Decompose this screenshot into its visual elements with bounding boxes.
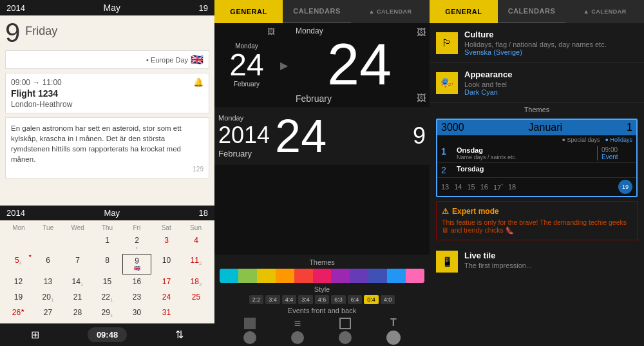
theme-deep-purple[interactable] xyxy=(350,269,368,283)
cal-day-14[interactable]: 141 xyxy=(63,275,92,290)
calendar-section: 2014 May 18 Mon Tue Wed Thu Fri Sat Sun … xyxy=(0,206,214,346)
style-3-4b[interactable]: 3:4 xyxy=(298,295,313,304)
wd-wed: Wed xyxy=(63,223,93,233)
cal-day-20[interactable]: 201 xyxy=(33,291,62,305)
europe-day-banner: • Europe Day 🇬🇧 xyxy=(5,50,209,69)
cal-day-26[interactable]: 26★ xyxy=(4,306,33,321)
time-badge: 09:48 xyxy=(88,327,127,342)
circle-num: 19 xyxy=(622,184,629,190)
style-2-2[interactable]: 2:2 xyxy=(249,295,264,304)
cal-day-21[interactable]: 21 xyxy=(63,291,92,305)
settings-item-live-tile[interactable]: 📱 Live tile The first impression... xyxy=(430,244,644,279)
prev-d-17: 17* xyxy=(493,183,503,191)
culture-title: Culture xyxy=(464,30,607,39)
grid-view-button[interactable]: ⊞ xyxy=(31,329,39,341)
outline-square-icon[interactable] xyxy=(339,318,351,329)
theme-yellow[interactable] xyxy=(257,269,276,283)
prev-d-14: 14 xyxy=(454,183,462,191)
filled-circle-icon[interactable] xyxy=(243,331,256,344)
preview-r2-name: Torsdag xyxy=(454,165,632,175)
style-4-4[interactable]: 4:4 xyxy=(282,295,297,304)
image-icon-small[interactable]: 🖼 xyxy=(267,27,275,36)
tab-chronos-2[interactable]: ▲ CALENDAR xyxy=(351,0,430,23)
tab-calendars-3[interactable]: CALENDARS xyxy=(498,0,566,23)
theme-blue[interactable] xyxy=(387,269,406,283)
widget-bottom-month: February xyxy=(218,149,270,159)
settings-sliders-button[interactable]: ⇅ xyxy=(175,329,184,341)
cal-day-29[interactable]: 291 xyxy=(93,306,122,321)
lines-icon[interactable]: ≡ xyxy=(294,318,301,329)
style-4-0[interactable]: 4:0 xyxy=(381,295,395,304)
cal-day-31[interactable]: 31 xyxy=(152,306,181,321)
cal-day-6[interactable]: 6 xyxy=(33,254,62,274)
solid-square-icon[interactable] xyxy=(244,318,256,329)
cal-day-25[interactable]: 25 xyxy=(182,291,211,305)
cal-day-30[interactable]: 30 xyxy=(122,306,151,321)
filled-circle-3-icon[interactable] xyxy=(339,331,352,344)
tab-general-2[interactable]: GENERAL xyxy=(214,0,283,23)
themes-bar[interactable] xyxy=(220,269,424,283)
cal-day-empty[interactable] xyxy=(4,234,33,253)
tab-calendars-2[interactable]: CALENDARS xyxy=(283,0,351,23)
style-0-4[interactable]: 0:4 xyxy=(364,295,379,304)
cal-day-4[interactable]: 4 xyxy=(182,234,211,253)
calendar-grid: Mon Tue Wed Thu Fri Sat Sun 1 2▪ 3 4 54 … xyxy=(0,220,214,323)
theme-cyan[interactable] xyxy=(220,269,238,283)
text-t-icon[interactable]: T xyxy=(390,317,397,329)
theme-indigo[interactable] xyxy=(368,269,387,283)
cal-day-19[interactable]: 19 xyxy=(4,291,33,305)
cal-day-5[interactable]: 54 xyxy=(4,254,33,274)
cal-day-16[interactable]: 16 xyxy=(122,275,151,290)
style-6-3[interactable]: 6:3 xyxy=(331,295,346,304)
calendar-bottom-bar: ⊞ 09:48 ⇅ xyxy=(0,323,214,346)
cal-day-8[interactable]: 8 xyxy=(93,254,122,274)
cal-day-13[interactable]: 13 xyxy=(33,275,62,290)
live-tile-icon: 📱 xyxy=(436,251,458,273)
cal-day-17[interactable]: 17 xyxy=(152,275,181,290)
settings-item-culture[interactable]: 🏳 Culture Holidays, flag / national days… xyxy=(430,23,644,63)
cal-day-28[interactable]: 28 xyxy=(63,306,92,321)
event-card[interactable]: 09:00 → 11:00 🔔 Flight 1234 London-Heath… xyxy=(5,73,209,113)
cal-day-11[interactable]: 112 xyxy=(182,254,211,274)
theme-purple[interactable] xyxy=(331,269,350,283)
tab-chronos-3[interactable]: ▲ CALENDAR xyxy=(565,0,644,23)
shape-solid-square xyxy=(243,318,256,344)
cal-day-3[interactable]: 3 xyxy=(152,234,181,253)
cal-day-18[interactable]: 182 xyxy=(182,275,211,290)
cal-day-empty[interactable] xyxy=(33,234,62,253)
cal-day-27[interactable]: 27 xyxy=(33,306,62,321)
preview-legend: ● Special days ● Holidays xyxy=(437,135,636,144)
cal-year: 2014 xyxy=(6,208,25,218)
cal-day-2[interactable]: 2▪ xyxy=(122,234,151,253)
image-icon-main-bottom[interactable]: 🖼 xyxy=(417,93,426,103)
image-icon-main[interactable]: 🖼 xyxy=(417,27,426,37)
bell-icon: 🔔 xyxy=(193,77,204,87)
theme-green[interactable] xyxy=(238,269,257,283)
cal-day-24[interactable]: 24 xyxy=(152,291,181,305)
style-3-4[interactable]: 3:4 xyxy=(265,295,280,304)
theme-orange[interactable] xyxy=(276,269,294,283)
expert-mode[interactable]: ⚠ Expert mode This featue is only for th… xyxy=(436,201,638,240)
cal-day-10[interactable]: 10 xyxy=(152,254,181,274)
theme-hotpink[interactable] xyxy=(406,269,424,283)
cal-day-9[interactable]: 9🇬🇧 xyxy=(122,254,151,274)
events-label: Events front and back xyxy=(220,307,424,314)
appearance-desc: Look and feel xyxy=(464,81,512,88)
cal-day-empty[interactable] xyxy=(63,234,92,253)
cal-day-23[interactable]: 23 xyxy=(122,291,151,305)
cal-day-7[interactable]: 7 xyxy=(63,254,92,274)
style-6-4[interactable]: 6:4 xyxy=(348,295,363,304)
large-circle-icon[interactable] xyxy=(386,331,401,345)
cal-day-12[interactable]: 12 xyxy=(4,275,33,290)
filled-circle-2-icon[interactable] xyxy=(291,331,304,344)
preview-circle: 19 xyxy=(618,180,632,194)
style-4-6[interactable]: 4:6 xyxy=(315,295,330,304)
theme-pink[interactable] xyxy=(313,269,332,283)
cal-day-22[interactable]: 221 xyxy=(93,291,122,305)
cal-day-1[interactable]: 1 xyxy=(93,234,122,253)
settings-item-appearance[interactable]: 🎭 Appearance Look and feel Dark Cyan xyxy=(430,63,644,103)
cal-day-15[interactable]: 15 xyxy=(93,275,122,290)
tab-general-3[interactable]: GENERAL xyxy=(430,0,498,23)
cal-day-empty xyxy=(182,306,211,321)
theme-red[interactable] xyxy=(294,269,313,283)
